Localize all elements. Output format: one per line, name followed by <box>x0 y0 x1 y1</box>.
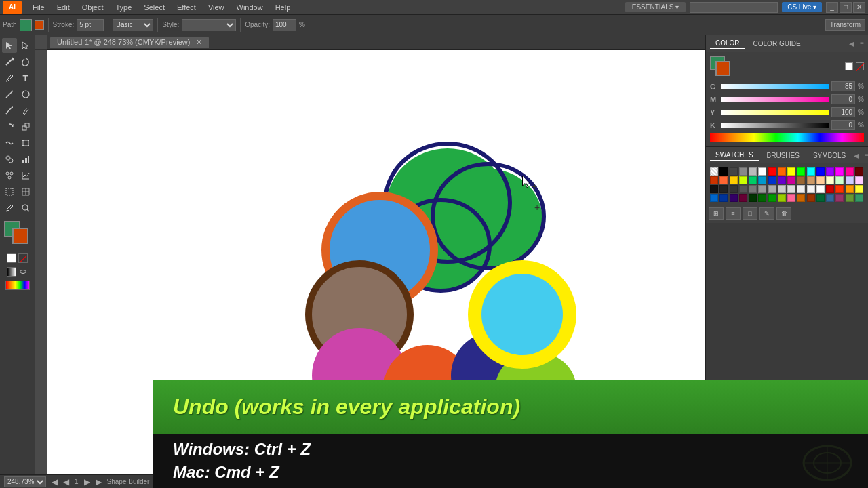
scale-tool[interactable] <box>18 119 33 134</box>
swatch-brown[interactable] <box>797 176 805 184</box>
menu-edit[interactable]: Edit <box>52 2 75 13</box>
type-tool[interactable]: T <box>18 70 33 85</box>
zoom-select[interactable]: 248.73% <box>4 476 46 487</box>
swatch-bright-yellow[interactable] <box>855 185 863 193</box>
zoom-tool[interactable] <box>18 201 33 216</box>
swatch-black[interactable] <box>719 167 728 176</box>
maximize-button[interactable]: □ <box>840 2 852 13</box>
swatch-white[interactable] <box>758 167 766 176</box>
swatch-indigo[interactable] <box>730 194 738 202</box>
close-button[interactable]: ✕ <box>853 2 865 13</box>
document-tab[interactable]: Untitled-1* @ 248.73% (CMYK/Preview) ✕ <box>50 37 209 48</box>
swatch-near-black[interactable] <box>710 185 718 193</box>
swatch-pattern1[interactable] <box>710 167 718 176</box>
close-tab-button[interactable]: ✕ <box>196 38 202 46</box>
swatch-orange[interactable] <box>778 167 786 176</box>
swatch-white2[interactable] <box>816 185 825 193</box>
minimize-button[interactable]: _ <box>826 2 838 13</box>
white-color-btn[interactable] <box>845 62 853 70</box>
shape-builder-tool[interactable] <box>2 152 17 167</box>
menu-window[interactable]: Window <box>231 2 269 13</box>
stroke-color[interactable] <box>12 228 28 244</box>
color-tab[interactable]: COLOR <box>710 38 745 49</box>
swatch-rust[interactable] <box>807 194 815 202</box>
swatch-dark-red[interactable] <box>855 167 863 176</box>
eyedropper-tool[interactable] <box>2 201 17 216</box>
stroke-input[interactable] <box>77 19 104 31</box>
swatch-teal2[interactable] <box>855 194 863 202</box>
swatch-g33[interactable] <box>730 185 738 193</box>
lasso-tool[interactable] <box>18 54 33 69</box>
swatch-pine[interactable] <box>816 194 825 202</box>
swatch-coral[interactable] <box>719 176 728 184</box>
swatches-collapse-icon[interactable]: ◀ <box>854 152 859 159</box>
pen-tool[interactable] <box>2 70 17 85</box>
swatch-new-btn[interactable]: □ <box>743 207 757 220</box>
swatch-thistle[interactable] <box>855 176 863 184</box>
panel-collapse-icon[interactable]: ◀ <box>849 40 854 47</box>
swatch-peach[interactable] <box>816 176 825 184</box>
slice-tool[interactable] <box>18 184 33 199</box>
swatch-dark-gray[interactable] <box>730 167 738 176</box>
swatch-slate[interactable] <box>826 194 834 202</box>
swatch-medium-green[interactable] <box>768 194 776 202</box>
symbols-tool[interactable] <box>2 168 17 183</box>
swatch-lavender[interactable] <box>846 176 854 184</box>
swatch-red[interactable] <box>768 167 776 176</box>
swatch-gray[interactable] <box>739 167 747 176</box>
swatch-royal-blue[interactable] <box>768 176 776 184</box>
chart-tool[interactable] <box>18 152 33 167</box>
tool-nav-arrow[interactable]: ▶ <box>155 478 160 485</box>
swatch-gdd[interactable] <box>787 185 795 193</box>
line-tool[interactable] <box>2 87 17 102</box>
swatch-gee[interactable] <box>797 185 805 193</box>
m-slider[interactable] <box>721 97 829 102</box>
swatch-near-white[interactable] <box>807 185 815 193</box>
swatch-dodger[interactable] <box>710 194 718 202</box>
swatch-scarlet[interactable] <box>835 185 844 193</box>
white-fill[interactable] <box>7 253 16 263</box>
fill-color-swatch[interactable] <box>20 19 32 31</box>
menu-select[interactable]: Select <box>138 2 170 13</box>
swatch-gaa[interactable] <box>768 185 776 193</box>
swatch-magenta[interactable] <box>835 167 844 176</box>
search-input[interactable] <box>690 2 778 13</box>
swatch-yellow-green[interactable] <box>778 194 786 202</box>
essentials-button[interactable]: ESSENTIALS ▾ <box>625 2 686 12</box>
swatch-edit-btn[interactable]: ✎ <box>760 207 774 220</box>
menu-type[interactable]: Type <box>111 2 138 13</box>
brushes-tab[interactable]: BRUSHES <box>762 150 805 161</box>
m-value[interactable] <box>831 94 855 104</box>
swatch-salmon[interactable] <box>787 194 795 202</box>
symbols-tab[interactable]: SYMBOLS <box>808 150 851 161</box>
swatches-options-icon[interactable]: ≡ <box>865 152 868 159</box>
transform-button[interactable]: Transform <box>825 19 865 30</box>
menu-help[interactable]: Help <box>270 2 296 13</box>
pencil-tool[interactable] <box>18 103 33 118</box>
swatch-yellow[interactable] <box>787 167 795 176</box>
menu-file[interactable]: File <box>27 2 50 13</box>
swatch-blue[interactable] <box>816 167 825 176</box>
prev-page-btn2[interactable]: ◀ <box>63 477 69 487</box>
y-slider[interactable] <box>721 110 829 115</box>
magic-wand-tool[interactable] <box>2 54 17 69</box>
c-value[interactable] <box>831 81 855 92</box>
brush-tool[interactable] <box>2 103 17 118</box>
c-slider[interactable] <box>721 84 829 89</box>
stroke-color-swatch[interactable] <box>35 20 44 30</box>
swatch-sky[interactable] <box>758 176 766 184</box>
swatch-navy[interactable] <box>719 194 728 202</box>
prev-page-btn[interactable]: ◀ <box>52 477 58 487</box>
swatch-emerald[interactable] <box>749 176 757 184</box>
swatch-green[interactable] <box>797 167 805 176</box>
swatch-sienna[interactable] <box>797 194 805 202</box>
next-page-btn[interactable]: ▶ <box>84 477 90 487</box>
swatch-cream[interactable] <box>826 176 834 184</box>
gradient-tool-icon[interactable] <box>7 267 16 277</box>
swatch-type-btn[interactable]: ⊞ <box>709 207 724 220</box>
next-page-btn2[interactable]: ▶ <box>96 477 102 487</box>
none-color-btn[interactable] <box>856 62 864 70</box>
swatch-delete-btn[interactable]: 🗑 <box>776 207 791 220</box>
swatch-hot-pink[interactable] <box>787 176 795 184</box>
menu-object[interactable]: Object <box>77 2 109 13</box>
